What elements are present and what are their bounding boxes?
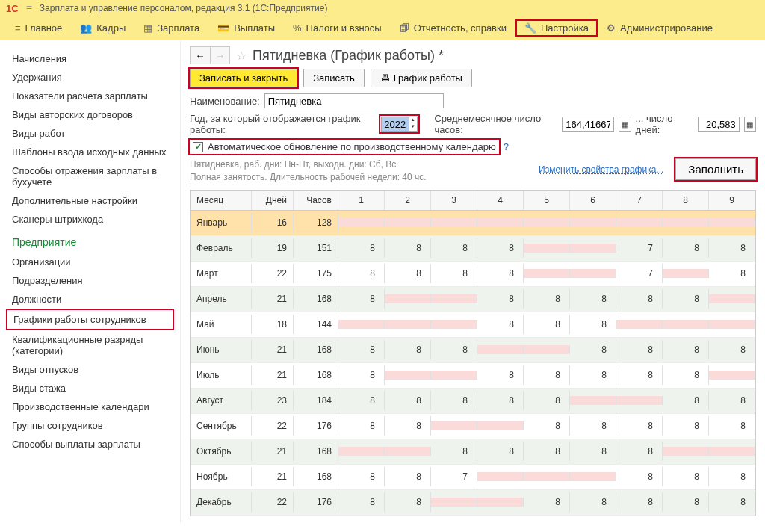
year-down-icon[interactable]: ▼	[409, 124, 417, 131]
day-cell[interactable]	[524, 345, 570, 354]
auto-update-checkbox-row[interactable]: ✓ Автоматическое обновление по производс…	[190, 140, 499, 154]
table-row[interactable]: Январь16128	[191, 211, 755, 236]
day-cell[interactable]: 8	[477, 391, 524, 410]
table-row[interactable]: Декабрь221768888888	[191, 490, 755, 516]
day-cell[interactable]: 8	[524, 391, 570, 410]
star-icon[interactable]: ☆	[236, 49, 247, 63]
sidebar-item[interactable]: Виды отпусков	[6, 360, 174, 379]
sidebar-item[interactable]: Квалификационные разряды (категории)	[6, 330, 174, 360]
day-cell[interactable]: 8	[663, 238, 709, 258]
day-cell[interactable]: 8	[524, 492, 570, 512]
day-cell[interactable]: 8	[385, 492, 431, 512]
day-cell[interactable]: 8	[524, 315, 570, 334]
year-spinner[interactable]: ▲ ▼	[381, 117, 418, 132]
day-cell[interactable]	[663, 218, 709, 227]
day-cell[interactable]: 8	[524, 289, 570, 309]
grid-header-cell[interactable]: 4	[477, 191, 524, 210]
day-cell[interactable]	[570, 269, 616, 278]
day-cell[interactable]: 8	[663, 416, 709, 436]
day-cell[interactable]: 8	[431, 264, 477, 283]
day-cell[interactable]	[524, 218, 570, 227]
day-cell[interactable]: 8	[338, 492, 385, 512]
day-cell[interactable]: 8	[477, 315, 524, 334]
day-cell[interactable]: 8	[338, 365, 385, 385]
table-row[interactable]: Февраль191518888788	[191, 236, 755, 262]
day-cell[interactable]	[477, 472, 524, 481]
day-cell[interactable]: 8	[524, 442, 570, 461]
day-cell[interactable]: 8	[570, 442, 616, 461]
day-cell[interactable]	[431, 498, 477, 507]
name-input[interactable]	[264, 93, 444, 108]
day-cell[interactable]: 8	[616, 467, 663, 486]
day-cell[interactable]: 8	[570, 365, 616, 385]
day-cell[interactable]: 8	[385, 238, 431, 258]
day-cell[interactable]: 8	[663, 340, 709, 359]
day-cell[interactable]	[663, 320, 709, 329]
day-cell[interactable]: 8	[570, 492, 616, 512]
day-cell[interactable]: 8	[709, 416, 755, 436]
day-cell[interactable]	[663, 269, 709, 278]
day-cell[interactable]: 8	[663, 492, 709, 512]
table-row[interactable]: Апрель21168888888	[191, 287, 755, 312]
sidebar-item[interactable]: Виды стажа	[6, 379, 174, 398]
day-cell[interactable]	[709, 218, 755, 227]
grid-header-cell[interactable]: Дней	[252, 191, 294, 210]
day-cell[interactable]: 8	[524, 365, 570, 385]
day-cell[interactable]: 8	[570, 416, 616, 436]
day-cell[interactable]	[431, 218, 477, 227]
sidebar-item[interactable]: Виды авторских договоров	[6, 105, 174, 124]
day-cell[interactable]: 7	[616, 264, 663, 283]
day-cell[interactable]	[431, 371, 477, 380]
day-cell[interactable]	[385, 447, 431, 456]
day-cell[interactable]	[385, 320, 431, 329]
day-cell[interactable]: 8	[385, 340, 431, 359]
save-and-close-button[interactable]: Записать и закрыть	[190, 69, 297, 87]
day-cell[interactable]	[709, 447, 755, 456]
day-cell[interactable]: 8	[477, 264, 524, 283]
day-cell[interactable]: 8	[709, 492, 755, 512]
sidebar-item[interactable]: Подразделения	[6, 271, 174, 290]
day-cell[interactable]: 8	[385, 264, 431, 283]
grid-header-cell[interactable]: 8	[663, 191, 709, 210]
table-row[interactable]: Март22175888878	[191, 262, 755, 287]
checkbox-icon[interactable]: ✓	[193, 142, 203, 152]
day-cell[interactable]: 8	[663, 289, 709, 309]
day-cell[interactable]: 8	[709, 264, 755, 283]
day-cell[interactable]: 8	[338, 416, 385, 436]
day-cell[interactable]	[431, 320, 477, 329]
sidebar-item[interactable]: Производственные календари	[6, 398, 174, 416]
day-cell[interactable]: 8	[570, 289, 616, 309]
day-cell[interactable]: 7	[616, 238, 663, 258]
nav-forward-button[interactable]: →	[210, 47, 229, 64]
day-cell[interactable]	[524, 244, 570, 253]
menu-item-0[interactable]: ≡Главное	[6, 19, 71, 37]
day-cell[interactable]: 8	[709, 238, 755, 258]
nav-back-button[interactable]: ←	[191, 47, 210, 64]
sidebar-item[interactable]: Показатели расчета зарплаты	[6, 87, 174, 105]
avg-hours-input[interactable]	[562, 117, 614, 132]
sidebar-item[interactable]: Способы отражения зарплаты в бухучете	[6, 161, 174, 191]
table-row[interactable]: Май18144888	[191, 312, 755, 338]
schedule-button[interactable]: 🖶 График работы	[371, 69, 472, 87]
edit-properties-link[interactable]: Изменить свойства графика...	[539, 164, 663, 175]
day-cell[interactable]: 8	[709, 391, 755, 410]
day-cell[interactable]: 8	[709, 340, 755, 359]
day-cell[interactable]: 8	[616, 289, 663, 309]
grid-header-cell[interactable]: 1	[338, 191, 385, 210]
day-cell[interactable]	[431, 294, 477, 303]
day-cell[interactable]: 8	[338, 264, 385, 283]
day-cell[interactable]	[477, 421, 524, 430]
grid-header-cell[interactable]: 5	[524, 191, 570, 210]
fill-button[interactable]: Заполнить	[675, 158, 756, 180]
day-cell[interactable]: 8	[709, 467, 755, 486]
day-cell[interactable]: 8	[477, 238, 524, 258]
day-cell[interactable]	[709, 320, 755, 329]
day-cell[interactable]: 8	[663, 365, 709, 385]
day-cell[interactable]	[570, 244, 616, 253]
day-cell[interactable]	[338, 320, 385, 329]
day-cell[interactable]: 8	[385, 391, 431, 410]
year-input[interactable]	[382, 117, 409, 131]
day-cell[interactable]: 8	[431, 442, 477, 461]
menu-item-6[interactable]: 🔧Настройка	[515, 19, 598, 37]
calculator-icon[interactable]: ▦	[619, 117, 631, 132]
